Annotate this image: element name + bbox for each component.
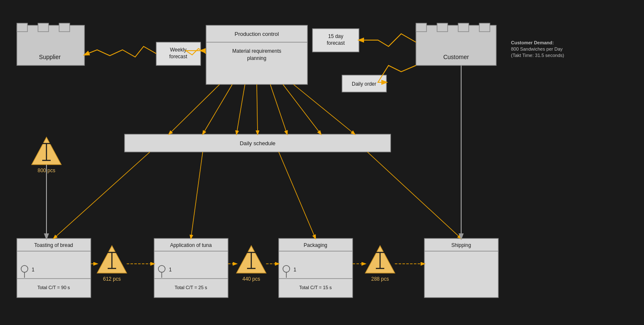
svg-text:1: 1 [169,267,172,273]
production-control-box: Production control Material requirements… [206,25,307,84]
customer-label: Customer [443,54,469,60]
svg-marker-4 [59,23,70,32]
svg-text:Application of tuna: Application of tuna [170,242,212,248]
svg-text:Total C/T = 15 s: Total C/T = 15 s [299,285,332,290]
svg-text:Total C/T = 90 s: Total C/T = 90 s [37,285,70,290]
svg-text:Daily schedule: Daily schedule [240,140,276,146]
svg-text:1: 1 [293,267,296,273]
process-tuna: Application of tuna 1 Total C/T = 25 s [154,238,228,298]
process-packaging: Packaging 1 Total C/T = 15 s [279,238,353,298]
svg-text:Total C/T = 25 s: Total C/T = 25 s [174,285,207,290]
svg-text:288 pcs: 288 pcs [371,276,389,282]
svg-text:forecast: forecast [327,40,345,46]
svg-text:planning: planning [247,55,266,61]
svg-text:Packaging: Packaging [304,242,327,248]
diagram: Supplier Customer Customer Demand: 800 S… [0,0,644,325]
svg-text:Weekly: Weekly [170,47,186,53]
svg-text:Toasting of bread: Toasting of bread [34,242,73,248]
svg-text:1: 1 [32,267,35,273]
daily-order-box: Daily order [342,75,386,92]
customer-factory: Customer [416,23,496,65]
process-toasting: Toasting of bread 1 Total C/T = 90 s [17,238,91,298]
svg-marker-3 [38,23,49,32]
svg-marker-7 [437,23,448,32]
process-shipping: Shipping [424,238,498,298]
svg-text:15 day: 15 day [328,33,343,39]
daily-schedule-box: Daily schedule [125,134,391,152]
svg-text:Customer Demand:: Customer Demand: [511,40,554,45]
svg-text:Daily order: Daily order [352,81,376,87]
svg-text:(Takt Time: 31.5 seconds): (Takt Time: 31.5 seconds) [511,53,564,58]
svg-text:440 pcs: 440 pcs [242,276,260,282]
svg-text:612 pcs: 612 pcs [103,276,121,282]
svg-marker-6 [416,23,427,32]
svg-marker-8 [458,23,469,32]
svg-text:Production control: Production control [235,31,279,37]
supplier-factory: Supplier [17,23,84,65]
svg-marker-2 [17,23,27,32]
svg-text:Shipping: Shipping [451,242,471,248]
forecast-15day-box: 15 day forecast [312,29,359,52]
svg-text:800 Sandwiches per Day: 800 Sandwiches per Day [511,46,563,51]
supplier-label: Supplier [39,54,61,60]
svg-marker-9 [479,23,490,32]
weekly-forecast-box: Weekly forecast [156,42,201,65]
svg-text:forecast: forecast [169,54,187,60]
svg-text:Material requirements: Material requirements [232,48,281,54]
